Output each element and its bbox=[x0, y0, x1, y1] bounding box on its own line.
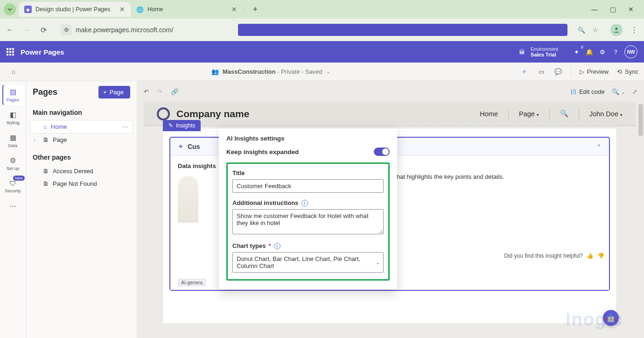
summary-text: mmary that highlights the key points and… bbox=[375, 173, 602, 180]
help-icon[interactable]: ? bbox=[611, 48, 620, 56]
insights-icon: ✎ bbox=[168, 122, 173, 129]
title-input[interactable] bbox=[232, 179, 384, 193]
bookmark-icon[interactable]: ☆ bbox=[593, 27, 598, 34]
tab-favicon: ◆ bbox=[24, 6, 32, 13]
tab-title: Design studio | Power Pages bbox=[35, 6, 110, 13]
app-header: Power Pages 🏛 Environment Sales Trial ✦5… bbox=[0, 41, 644, 63]
settings-icon[interactable]: ⚙ bbox=[598, 48, 607, 56]
browser-tab-strip: ◆ Design studio | Power Pages ✕ 🌐 Home ✕… bbox=[0, 0, 644, 19]
tab-close-icon[interactable]: ✕ bbox=[231, 6, 237, 13]
product-name: Power Pages bbox=[21, 48, 64, 56]
tree-node-page[interactable]: › 🗎 Page bbox=[30, 134, 133, 146]
close-window-button[interactable]: ✕ bbox=[628, 6, 634, 13]
plus-icon: + bbox=[103, 89, 107, 96]
ai-generated-badge: AI-genera bbox=[178, 279, 206, 286]
instructions-label: Additional instructionsi bbox=[232, 199, 384, 206]
notifications-icon[interactable]: 🔔 bbox=[585, 48, 594, 56]
preview-icon: ▷ bbox=[580, 68, 584, 75]
chevron-right-icon[interactable]: › bbox=[34, 137, 39, 143]
rail-styling[interactable]: ◧Styling bbox=[2, 108, 24, 128]
popover-heading: AI Insights settings bbox=[226, 135, 390, 142]
ai-insights-settings-popover: AI Insights settings Keep insights expan… bbox=[219, 128, 397, 289]
zoom-icon[interactable]: 🔍 bbox=[578, 27, 585, 34]
user-avatar[interactable]: NW bbox=[624, 45, 637, 58]
canvas-scrollbar[interactable] bbox=[638, 104, 643, 136]
thumbs-up-icon[interactable]: 👍 bbox=[587, 253, 594, 259]
keep-expanded-label: Keep insights expanded bbox=[226, 148, 299, 155]
chatbot-launcher[interactable]: 🤖 bbox=[603, 310, 619, 326]
styling-icon: ◧ bbox=[10, 111, 16, 119]
tree-node-access-denied[interactable]: 🗎Access Denied bbox=[30, 165, 133, 177]
app-launcher-icon[interactable] bbox=[7, 48, 14, 56]
address-bar[interactable]: ⚙ make.powerpages.microsoft.com/ 🔍 ☆ bbox=[55, 22, 604, 38]
home-icon[interactable]: ⌂ bbox=[6, 68, 21, 75]
maximize-button[interactable]: ▢ bbox=[610, 6, 616, 13]
redo-icon[interactable]: ↷ bbox=[157, 88, 162, 95]
setup-icon: ⚙ bbox=[10, 156, 16, 165]
tree-node-not-found[interactable]: 🗎Page Not Found bbox=[30, 177, 133, 190]
zoom-dropdown[interactable]: 🔍 ⌄ bbox=[612, 88, 625, 95]
browser-tab-inactive[interactable]: 🌐 Home ✕ bbox=[131, 2, 243, 17]
page-error-icon: 🗎 bbox=[43, 180, 49, 187]
rail-setup[interactable]: ⚙Set up bbox=[2, 154, 24, 174]
alerts-icon[interactable]: ✦5 bbox=[572, 48, 581, 56]
chart-types-select[interactable]: Donut Chart, Bar Chart, Line Chart, Pie … bbox=[232, 252, 384, 273]
expand-icon[interactable]: ⤢ bbox=[632, 88, 637, 95]
new-tab-button[interactable]: + bbox=[252, 5, 258, 14]
title-label: Title bbox=[232, 169, 384, 176]
highlighted-settings-group: Title Additional instructionsi Chart typ… bbox=[226, 162, 390, 281]
home-page-icon: ⌂ bbox=[43, 123, 47, 130]
nav-page-dropdown[interactable]: Page ▾ bbox=[519, 110, 539, 118]
keep-expanded-toggle[interactable] bbox=[374, 148, 390, 156]
site-context[interactable]: 👥 MassConstruction - Private - Saved ⌄ bbox=[21, 68, 520, 75]
site-info-icon[interactable]: ⚙ bbox=[61, 24, 72, 35]
canvas-toolbar: ↶ ↷ 🔗 ⟨/⟩Edit code 🔍 ⌄ ⤢ bbox=[137, 81, 644, 102]
helpful-label: Did you find this insight helpful? bbox=[504, 253, 583, 259]
rail-more[interactable]: ⋯ bbox=[2, 199, 24, 213]
environment-picker[interactable]: Environment Sales Trial bbox=[531, 46, 558, 58]
insights-tab[interactable]: ✎Insights bbox=[163, 120, 201, 131]
edit-code-button[interactable]: ⟨/⟩Edit code bbox=[570, 88, 605, 95]
section-main-nav: Main navigation bbox=[26, 101, 137, 120]
sync-button[interactable]: ⟲Sync bbox=[617, 68, 638, 75]
design-canvas: ↶ ↷ 🔗 ⟨/⟩Edit code 🔍 ⌄ ⤢ Company name Ho… bbox=[137, 81, 644, 338]
rail-pages[interactable]: ▤Pages bbox=[2, 85, 24, 105]
panel-title: Pages bbox=[33, 87, 57, 97]
nav-user-dropdown[interactable]: John Doe ▾ bbox=[589, 110, 623, 118]
nav-home[interactable]: Home bbox=[480, 110, 498, 118]
forward-button[interactable]: → bbox=[21, 26, 32, 34]
thumbs-down-icon[interactable]: 👎 bbox=[597, 253, 604, 259]
main-area: ▤Pages ◧Styling ▦Data ⚙Set up 🛡SecurityN… bbox=[0, 81, 644, 338]
collapse-icon[interactable]: ⌃ bbox=[596, 143, 602, 150]
browser-kebab-icon[interactable]: ⋮ bbox=[629, 26, 639, 35]
nav-search-icon[interactable]: 🔍 bbox=[560, 110, 568, 118]
undo-icon[interactable]: ↶ bbox=[144, 88, 149, 95]
info-icon[interactable]: i bbox=[301, 200, 308, 206]
comments-icon[interactable]: 💬 bbox=[554, 68, 562, 76]
tree-node-home[interactable]: ⌂ Home ⋯ bbox=[30, 120, 133, 134]
back-button[interactable]: ← bbox=[5, 26, 15, 34]
copilot-icon[interactable]: ✧ bbox=[520, 68, 529, 76]
mobile-preview-icon[interactable]: ▭ bbox=[537, 68, 546, 76]
section-other-pages: Other pages bbox=[26, 146, 137, 165]
browser-menu-button[interactable] bbox=[4, 3, 16, 15]
rail-security[interactable]: 🛡SecurityNew bbox=[2, 176, 24, 196]
instructions-textarea[interactable] bbox=[232, 209, 384, 234]
sparkle-icon: ✦ bbox=[178, 142, 184, 151]
info-icon[interactable]: i bbox=[274, 243, 280, 249]
minimize-button[interactable]: — bbox=[591, 6, 598, 13]
browser-profile-button[interactable] bbox=[610, 24, 623, 36]
row-more-icon[interactable]: ⋯ bbox=[122, 123, 129, 130]
command-bar: ⌂ 👥 MassConstruction - Private - Saved ⌄… bbox=[0, 63, 644, 81]
link-icon[interactable]: 🔗 bbox=[171, 88, 178, 95]
site-brand: Company name bbox=[176, 108, 249, 120]
add-page-button[interactable]: +Page bbox=[98, 86, 130, 99]
left-rail: ▤Pages ◧Styling ▦Data ⚙Set up 🛡SecurityN… bbox=[0, 81, 26, 338]
url-text: make.powerpages.microsoft.com/ bbox=[76, 26, 173, 34]
tab-close-icon[interactable]: ✕ bbox=[119, 6, 125, 13]
site-navbar: Company name Home Page ▾ 🔍 John Doe ▾ bbox=[144, 102, 636, 126]
rail-data[interactable]: ▦Data bbox=[2, 131, 24, 151]
reload-button[interactable]: ⟳ bbox=[38, 26, 49, 35]
browser-tab-active[interactable]: ◆ Design studio | Power Pages ✕ bbox=[19, 2, 131, 17]
preview-button[interactable]: ▷Preview bbox=[580, 68, 609, 75]
